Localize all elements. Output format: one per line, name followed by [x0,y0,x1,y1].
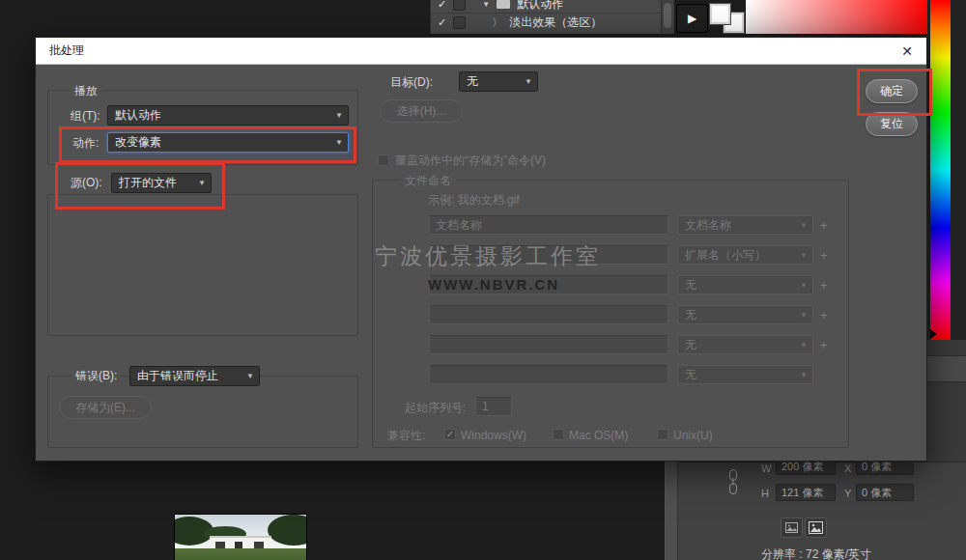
filename-input-5 [429,335,668,354]
y-field[interactable]: 0 像素 [856,484,914,501]
filename-select-3: 无▼ [677,275,813,294]
actions-scrollbar[interactable] [661,0,674,34]
action-label: 动作: [72,137,99,150]
override-checkbox-label: 覆盖动作中的“存储为”命令(V) [395,154,546,167]
chevron-down-icon: ▼ [246,372,254,380]
scrollbar-thumb[interactable] [664,3,671,28]
destination-label: 目标(D): [390,76,433,89]
x-label: X [844,462,851,474]
action-dropdown[interactable]: 改变像素▼ [107,132,349,153]
framed-image-icon-button[interactable] [805,518,827,538]
choose-button: 选择(H)... [380,99,463,123]
play-group: 播放 [47,90,358,165]
height-label: H [761,488,769,499]
filename-input-2 [429,245,668,265]
chevron-down-icon: ▼ [335,138,343,147]
y-label: Y [844,488,851,499]
file-naming-legend: 文件命名 [400,173,456,189]
chevron-down-icon: ▼ [800,221,808,230]
dialog-titlebar[interactable]: 批处理 ✕ [36,38,926,65]
compatibility-label: 兼容性: [387,430,425,442]
plus-icon: + [820,219,828,232]
disclosure-icon[interactable]: 〉 [492,15,502,30]
modal-toggle-icon[interactable] [453,0,466,11]
compat-windows-label: Windows(W) [461,430,526,442]
chevron-down-icon: ▼ [800,281,808,290]
tree-shape [268,515,306,546]
foreground-color-swatch[interactable] [710,4,730,24]
action-set-dropdown[interactable]: 默认动作▼ [107,105,349,126]
link-dimensions-icon[interactable] [726,468,740,499]
compat-windows-checkbox: ✓ [444,429,456,440]
source-label: 源(O): [71,177,102,189]
panel-scrollbar[interactable] [665,462,678,560]
compat-unix-checkbox [657,429,668,440]
errors-dropdown[interactable]: 由于错误而停止▼ [129,366,260,386]
filename-select-5: 无▼ [677,335,813,354]
compat-macos-label: Mac OS(M) [569,430,628,442]
save-as-button: 存储为(E)... [59,396,152,419]
filename-select-4: 无▼ [677,305,813,324]
chevron-down-icon: ▼ [800,311,808,320]
plus-icon: + [820,339,828,351]
folder-icon [497,0,510,9]
check-icon: ✓ [446,430,454,439]
chevron-down-icon: ▼ [800,251,808,260]
resolution-text: 分辨率 : 72 像素/英寸 [761,546,871,560]
height-field[interactable]: 121 像素 [776,484,836,501]
override-checkbox [378,154,389,166]
chevron-down-icon: ▼ [800,371,808,379]
filename-input-4 [429,305,668,324]
photoshop-screen: ✓ ▼ 默认动作 ✓ 〉 淡出效果（选区） ▶ [0,0,966,560]
action-set-label: 默认动作 [517,0,563,13]
plus-icon: + [820,309,828,322]
serial-label: 起始序列号: [405,402,466,414]
source-options-group [47,194,358,336]
destination-dropdown[interactable]: 无▼ [459,71,538,92]
right-panel-header [927,355,966,382]
batch-dialog: 批处理 ✕ 播放 组(T): 默认动作▼ 动作: 改变像素▼ 源(O): 打开的… [35,37,927,462]
dialog-title: 批处理 [49,42,84,59]
plus-icon: + [820,279,828,292]
play-action-button[interactable]: ▶ [676,4,708,33]
filename-select-1: 文档名称▼ [677,215,813,235]
action-item-label: 淡出效果（选区） [509,14,602,31]
ok-button[interactable]: 确定 [866,79,918,103]
color-swatches[interactable] [710,2,749,35]
check-icon: ✓ [438,17,446,28]
width-label: W [761,462,771,474]
document-thumbnail[interactable] [175,515,306,560]
hue-slider-marker [930,329,937,339]
set-label: 组(T): [71,110,100,123]
filename-select-6: 无▼ [677,365,813,384]
plus-icon: + [820,249,828,262]
hue-slider[interactable] [930,0,951,340]
file-naming-example: 示例: 我的文档.gif [428,194,520,207]
filename-select-2: 扩展名（小写）▼ [677,245,813,265]
lawn-shape [175,548,306,560]
filename-input-6 [429,365,668,384]
actions-panel: ✓ ▼ 默认动作 ✓ 〉 淡出效果（选区） [430,0,663,34]
check-icon: ✓ [438,0,446,10]
image-icon-button[interactable] [781,518,803,538]
filename-input-1: 文档名称 [429,215,668,235]
play-group-legend: 播放 [70,83,102,99]
close-icon[interactable]: ✕ [895,42,919,61]
reset-button[interactable]: 复位 [866,112,918,136]
chevron-down-icon: ▼ [525,77,532,86]
chevron-down-icon: ▼ [335,111,343,120]
filename-input-3 [429,275,668,294]
properties-panel: W 200 像素 X 0 像素 H 121 像素 Y 0 像素 分辨率 : 72… [665,462,966,560]
color-picker-field[interactable] [746,0,930,34]
action-row-set[interactable]: ✓ ▼ 默认动作 [431,0,663,14]
chevron-down-icon[interactable]: ▼ [482,0,490,9]
serial-input: 1 [475,397,512,416]
source-dropdown[interactable]: 打开的文件▼ [111,173,212,193]
errors-label: 错误(B): [72,370,120,382]
compat-unix-label: Unix(U) [673,430,713,442]
compat-macos-checkbox [553,429,564,440]
chevron-down-icon: ▼ [800,341,808,350]
modal-toggle-icon[interactable] [453,16,466,29]
play-icon: ▶ [688,12,696,25]
action-row-item[interactable]: ✓ 〉 淡出效果（选区） [431,13,663,32]
